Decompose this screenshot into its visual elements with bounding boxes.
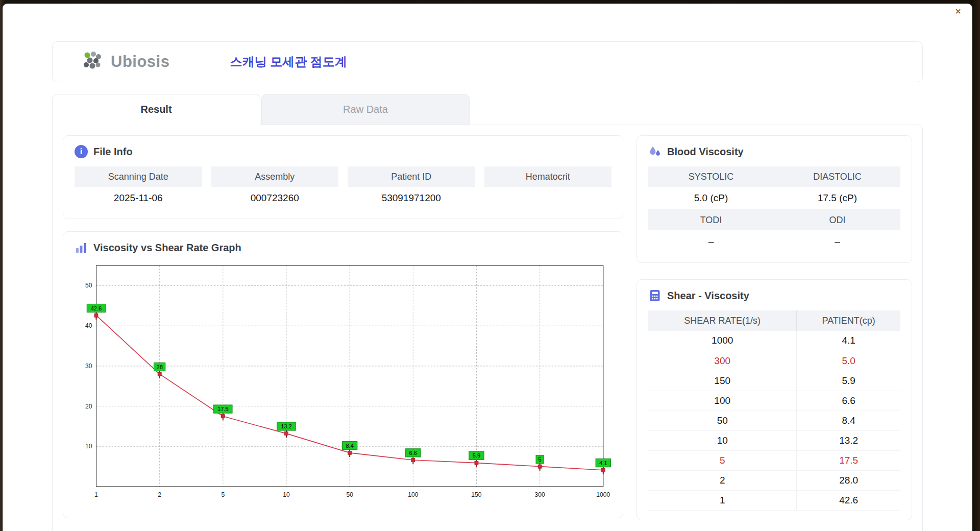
- file-info-field: Patient ID53091971200: [348, 166, 475, 209]
- field-label: Hematocrit: [484, 166, 612, 187]
- field-label: Assembly: [211, 166, 339, 187]
- blood-viscosity-header: Blood Viscosity: [648, 145, 900, 158]
- cell-shear-rate: 50: [648, 411, 797, 430]
- app-header: Ubiosis 스캐닝 모세관 점도계: [52, 41, 923, 82]
- table-row: 3005.0: [648, 351, 900, 371]
- svg-text:13.2: 13.2: [281, 423, 292, 429]
- close-icon[interactable]: ×: [951, 5, 965, 18]
- table-row: 1013.2: [648, 430, 900, 450]
- svg-text:40: 40: [85, 322, 92, 329]
- graph-header: Viscosity vs Shear Rate Graph: [75, 241, 611, 254]
- info-icon: i: [75, 145, 88, 158]
- app-window: × Ubiosis 스캐닝 모세관 점도계 Result Raw Data: [3, 4, 972, 531]
- cell-patient: 28.0: [797, 470, 900, 490]
- field-label: Patient ID: [348, 166, 475, 187]
- svg-text:5: 5: [221, 491, 225, 498]
- field-label: Scanning Date: [75, 166, 202, 187]
- cell-shear-rate: 10: [648, 430, 797, 450]
- svg-text:150: 150: [471, 491, 481, 498]
- bar-chart-icon: [75, 241, 88, 254]
- cell-patient: 5.9: [797, 371, 900, 391]
- blood-viscosity-cell: –: [648, 230, 774, 253]
- table-row: 508.4: [648, 411, 900, 430]
- field-value: [484, 187, 612, 209]
- logo-grape-icon: [81, 51, 106, 73]
- viscosity-chart-area: 10203040501251050100150300100042.62817.5…: [75, 261, 611, 509]
- graph-card: Viscosity vs Shear Rate Graph 1020304050…: [63, 231, 623, 518]
- cell-patient: 8.4: [797, 411, 900, 430]
- table-row: 517.5: [648, 450, 900, 470]
- table-row: 142.6: [648, 490, 900, 510]
- blood-viscosity-cell: ODI: [774, 210, 900, 230]
- content-panel: i File Info Scanning Date2025-11-06Assem…: [52, 125, 923, 531]
- cell-shear-rate: 2: [648, 470, 797, 490]
- cell-shear-rate: 5: [648, 450, 797, 470]
- cell-shear-rate: 300: [648, 351, 797, 371]
- shear-viscosity-card: Shear - Viscosity SHEAR RATE(1/s) PATIEN…: [636, 279, 912, 520]
- svg-text:17.5: 17.5: [217, 406, 229, 412]
- cell-patient: 6.6: [797, 391, 900, 411]
- svg-text:2: 2: [158, 491, 161, 498]
- svg-text:300: 300: [535, 491, 545, 498]
- cell-shear-rate: 150: [648, 371, 797, 391]
- blood-viscosity-cell: DIASTOLIC: [774, 166, 900, 187]
- table-row: 228.0: [648, 470, 900, 490]
- svg-text:100: 100: [408, 491, 418, 498]
- logo-text: Ubiosis: [111, 53, 169, 71]
- blood-viscosity-cell: 5.0 (cP): [648, 187, 774, 210]
- right-column: Blood Viscosity SYSTOLICDIASTOLIC5.0 (cP…: [636, 135, 912, 525]
- svg-text:6.6: 6.6: [409, 450, 417, 456]
- tab-raw-data[interactable]: Raw Data: [261, 94, 470, 125]
- column-header-shear-rate: SHEAR RATE(1/s): [648, 310, 797, 331]
- cell-patient: 17.5: [797, 450, 900, 470]
- blood-viscosity-cell: 17.5 (cP): [774, 187, 900, 210]
- blood-viscosity-cell: TODI: [648, 210, 774, 230]
- svg-text:5.9: 5.9: [473, 452, 480, 458]
- svg-text:30: 30: [85, 363, 92, 370]
- desktop-background: × Ubiosis 스캐닝 모세관 점도계 Result Raw Data: [0, 0, 980, 531]
- table-row: 1505.9: [648, 371, 900, 391]
- blood-viscosity-cell: SYSTOLIC: [648, 166, 774, 187]
- file-info-card: i File Info Scanning Date2025-11-06Assem…: [63, 135, 623, 219]
- file-info-fields: Scanning Date2025-11-06Assembly000723260…: [75, 166, 611, 209]
- calculator-icon: [648, 289, 662, 302]
- file-info-field: Scanning Date2025-11-06: [75, 166, 202, 209]
- file-info-header: i File Info: [75, 145, 611, 158]
- page-title: 스캐닝 모세관 점도계: [230, 54, 347, 70]
- left-column: i File Info Scanning Date2025-11-06Assem…: [63, 135, 623, 525]
- shear-viscosity-title: Shear - Viscosity: [667, 290, 749, 302]
- svg-text:50: 50: [85, 282, 92, 289]
- tab-result[interactable]: Result: [52, 94, 260, 125]
- svg-text:42.6: 42.6: [91, 305, 102, 311]
- cell-patient: 42.6: [797, 490, 900, 510]
- svg-text:50: 50: [346, 491, 353, 498]
- viscosity-chart: 10203040501251050100150300100042.62817.5…: [75, 261, 611, 509]
- shear-viscosity-table: SHEAR RATE(1/s) PATIENT(cp) 10004.13005.…: [648, 310, 900, 511]
- svg-text:10: 10: [283, 491, 290, 498]
- cell-shear-rate: 100: [648, 391, 797, 411]
- file-info-field: Hematocrit: [484, 166, 612, 209]
- blood-viscosity-cell: –: [774, 230, 900, 253]
- file-info-field: Assembly000723260: [211, 166, 339, 209]
- graph-title: Viscosity vs Shear Rate Graph: [93, 242, 241, 254]
- cell-shear-rate: 1: [648, 490, 797, 510]
- ubiosis-logo: Ubiosis: [81, 51, 169, 73]
- table-row: 1006.6: [648, 391, 900, 411]
- svg-text:8.4: 8.4: [346, 443, 353, 449]
- blood-viscosity-card: Blood Viscosity SYSTOLICDIASTOLIC5.0 (cP…: [636, 135, 912, 263]
- blood-viscosity-grid: SYSTOLICDIASTOLIC5.0 (cP)17.5 (cP)TODIOD…: [648, 166, 900, 253]
- droplet-icon: [648, 145, 662, 158]
- svg-text:1: 1: [94, 491, 98, 498]
- svg-text:1000: 1000: [596, 491, 610, 498]
- column-header-patient: PATIENT(cp): [797, 310, 900, 331]
- field-value: 000723260: [211, 187, 339, 209]
- svg-text:28: 28: [156, 364, 162, 370]
- cell-shear-rate: 1000: [648, 331, 797, 351]
- blood-viscosity-title: Blood Viscosity: [667, 146, 744, 158]
- svg-text:4.1: 4.1: [599, 460, 607, 466]
- cell-patient: 4.1: [797, 331, 900, 351]
- cell-patient: 5.0: [797, 351, 900, 371]
- tab-bar: Result Raw Data: [52, 94, 470, 125]
- shear-viscosity-header: Shear - Viscosity: [648, 289, 900, 302]
- file-info-title: File Info: [93, 146, 133, 158]
